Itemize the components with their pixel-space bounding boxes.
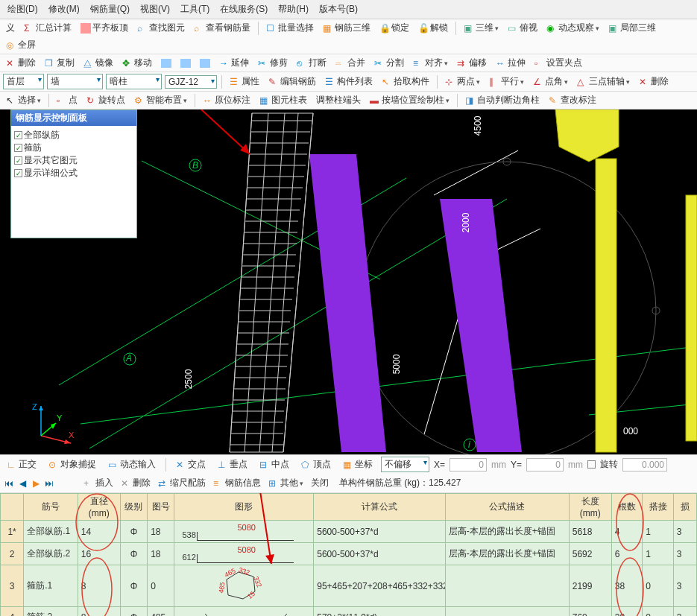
menu-item[interactable]: 在线服务(S) xyxy=(215,1,272,17)
btn-sum[interactable]: Σ汇总计算 xyxy=(21,21,75,35)
btn-delete-row[interactable]: ✕删除 xyxy=(118,476,154,490)
btn-smart[interactable]: ⚙智能布置 xyxy=(131,93,190,107)
stat-dyn[interactable]: ▭动态输入 xyxy=(104,457,160,471)
cell[interactable]: 16 xyxy=(78,543,120,565)
stat-mid[interactable]: ⊟中点 xyxy=(256,457,293,471)
cell[interactable]: 3 xyxy=(673,565,696,607)
code-select[interactable]: GJZ-12 xyxy=(165,75,217,89)
btn-close[interactable]: 关闭 xyxy=(308,476,332,490)
cell[interactable] xyxy=(445,565,569,607)
cell[interactable]: 0 xyxy=(643,565,674,607)
btn-comp-list[interactable]: ☰构件列表 xyxy=(322,74,376,89)
btn-dim[interactable]: ↔原位标注 xyxy=(200,93,253,107)
cell[interactable]: 1 xyxy=(643,543,674,565)
cell[interactable]: 14 xyxy=(78,521,120,543)
btn-unlock[interactable]: 🔓解锁 xyxy=(415,21,451,35)
table-row[interactable]: 1* 全部纵筋.1 14 Φ 18 538 5080 5600-500+37*d… xyxy=(1,521,697,543)
header-cell[interactable]: 损 xyxy=(673,494,696,521)
btn-extend[interactable]: →延伸 xyxy=(216,56,252,70)
floor-select[interactable]: 首层 xyxy=(3,74,44,89)
btn-offset[interactable]: ⇉偏移 xyxy=(454,56,490,70)
btn-edit-dim[interactable]: ✎查改标注 xyxy=(546,93,599,107)
btn-move[interactable]: ✥移动 xyxy=(119,56,155,70)
btn-delete[interactable]: ✕删除 xyxy=(3,56,39,70)
btn-tool[interactable] xyxy=(158,58,174,69)
stat-coord[interactable]: ▦坐标 xyxy=(339,457,376,471)
btn-break[interactable]: ⎋打断 xyxy=(294,56,329,70)
btn-parallel[interactable]: ∥平行 xyxy=(486,74,527,89)
cell[interactable]: 18 xyxy=(148,521,174,543)
stat-vertex[interactable]: ⬠顶点 xyxy=(297,457,335,471)
header-cell[interactable]: 直径(mm) xyxy=(78,494,120,521)
cell[interactable]: 8 xyxy=(78,607,120,617)
cell[interactable]: Φ xyxy=(120,607,147,617)
btn-adjust[interactable]: 调整柱端头 xyxy=(313,93,364,107)
menu-item[interactable]: 视图(V) xyxy=(136,1,174,17)
btn-other[interactable]: ⊞其他 xyxy=(265,476,306,490)
header-cell[interactable]: 图号 xyxy=(148,494,174,521)
btn-tool[interactable] xyxy=(177,58,194,69)
btn-rebar-info[interactable]: ≡钢筋信息 xyxy=(210,476,264,490)
panel-item[interactable]: ✓显示详细公式 xyxy=(14,167,133,180)
stat-perp[interactable]: ⊥垂点 xyxy=(214,457,251,471)
offset-select[interactable]: 不偏移 xyxy=(381,457,429,472)
cell[interactable]: Φ xyxy=(120,565,147,607)
shape-cell[interactable]: 465 465 332 332 15 xyxy=(174,565,314,607)
cell[interactable]: Φ xyxy=(120,521,147,543)
btn-find[interactable]: ⌕查找图元 xyxy=(134,21,188,35)
btn-top[interactable]: ▭俯视 xyxy=(505,21,540,35)
cell[interactable]: 5618 xyxy=(569,521,611,543)
shape-cell[interactable]: 612 5080 xyxy=(174,543,314,565)
cell[interactable]: 5600-500+37*d xyxy=(314,543,445,565)
cell[interactable]: 1 xyxy=(643,521,674,543)
btn-coltable[interactable]: ▦图元柱表 xyxy=(256,93,310,107)
rotate-input[interactable]: 0.000 xyxy=(622,458,667,471)
btn-del-aux[interactable]: ✕删除 xyxy=(636,74,672,89)
cell[interactable]: 全部纵筋.2 xyxy=(24,543,78,565)
btn-copy[interactable]: ❐复制 xyxy=(42,56,78,70)
rotate-checkbox[interactable] xyxy=(587,460,596,469)
header-cell[interactable]: 根数 xyxy=(611,494,643,521)
menu-item[interactable]: 修改(M) xyxy=(44,1,84,17)
cell[interactable]: 0 xyxy=(643,607,674,617)
cell[interactable] xyxy=(445,607,569,617)
btn-auto-corner[interactable]: ◨自动判断边角柱 xyxy=(462,93,543,107)
btn-split[interactable]: ✂分割 xyxy=(371,56,407,70)
cell[interactable]: 760 xyxy=(569,607,611,617)
btn-3pt[interactable]: △三点辅轴 xyxy=(574,74,633,89)
btn-orbit[interactable]: ◉动态观察 xyxy=(543,21,602,35)
nav-prev[interactable]: ◀ xyxy=(16,477,28,489)
table-row[interactable]: 4 箍筋.2 8 Φ 485 570 570+2*(11.9*d) 760 38… xyxy=(1,607,697,617)
cell[interactable]: 485 xyxy=(148,607,174,617)
header-cell[interactable]: 级别 xyxy=(120,494,147,521)
btn-local3d[interactable]: ▣局部三维 xyxy=(605,21,659,35)
cell[interactable]: 5692 xyxy=(569,543,611,565)
btn-mirror[interactable]: ⧋镜像 xyxy=(81,56,116,70)
btn-wallcol[interactable]: ▬按墙位置绘制柱 xyxy=(367,93,452,107)
menu-item[interactable]: 绘图(D) xyxy=(3,1,42,17)
nav-last[interactable]: ⏭ xyxy=(43,477,55,489)
cell[interactable]: 2199 xyxy=(569,565,611,607)
stat-cross[interactable]: ✕交点 xyxy=(172,457,209,471)
table-row[interactable]: 3 箍筋.1 8 Φ 0 465 465 332 332 15 95+465+2… xyxy=(1,565,697,607)
header-cell[interactable]: 搭接 xyxy=(643,494,674,521)
nav-next[interactable]: ▶ xyxy=(30,477,42,489)
y-input[interactable]: 0 xyxy=(526,458,564,471)
viewport-3d[interactable]: 4500 2000 5000 2500 000 A B i 钢筋显示控制面板 ✓… xyxy=(0,109,697,454)
btn-point[interactable]: ▫点 xyxy=(54,93,81,107)
menu-item[interactable]: 帮助(H) xyxy=(274,1,313,17)
menu-item[interactable]: 钢筋量(Q) xyxy=(86,1,134,17)
cell[interactable]: 3 xyxy=(673,607,696,617)
cell[interactable]: 38 xyxy=(611,607,643,617)
cell[interactable]: Φ xyxy=(120,543,147,565)
cell[interactable]: 层高-本层的露出长度+锚固 xyxy=(445,521,569,543)
nav-first[interactable]: ⏮ xyxy=(3,477,15,489)
cell[interactable]: 5600-500+37*d xyxy=(314,521,445,543)
cell[interactable]: 8 xyxy=(78,565,120,607)
header-cell[interactable]: 计算公式 xyxy=(314,494,445,521)
cell[interactable]: 0 xyxy=(148,565,174,607)
btn-align[interactable]: ≡对齐 xyxy=(410,56,451,70)
stat-ortho[interactable]: ∟正交 xyxy=(3,457,40,471)
header-cell[interactable]: 长度(mm) xyxy=(569,494,611,521)
cell[interactable]: 4 xyxy=(611,521,643,543)
